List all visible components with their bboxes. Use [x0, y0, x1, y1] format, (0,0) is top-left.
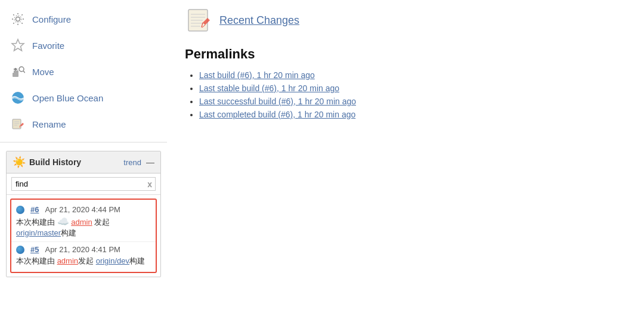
build-item-6-header: #6 Apr 21, 2020 4:44 PM [16, 205, 151, 214]
build-date-5: Apr 21, 2020 4:41 PM [45, 245, 120, 254]
main-content: Recent Changes Permalinks Last build (#6… [167, 0, 644, 313]
gear-icon [10, 11, 26, 27]
build-admin-link-6[interactable]: admin [71, 218, 92, 227]
svg-rect-4 [14, 70, 18, 73]
build-history-title-text: Build History [29, 157, 81, 167]
build-desc-prefix-6: 本次构建由 [16, 218, 55, 227]
build-admin-link-5[interactable]: admin [57, 256, 78, 265]
sidebar-favorite-label: Favorite [32, 41, 64, 51]
permalinks-section: Permalinks Last build (#6), 1 hr 20 min … [185, 47, 626, 119]
build-cloud-icon: ☁️ [57, 216, 69, 227]
sidebar-item-favorite[interactable]: Favorite [0, 32, 167, 58]
build-number-link-6[interactable]: #6 [30, 205, 39, 214]
clear-search-button[interactable]: x [147, 179, 152, 189]
permalink-last-build[interactable]: Last build (#6), 1 hr 20 min ago [199, 70, 315, 80]
build-status-ball-5 [16, 246, 24, 254]
svg-line-8 [23, 71, 25, 73]
list-item: Last build (#6), 1 hr 20 min ago [199, 70, 626, 80]
build-date-6: Apr 21, 2020 4:44 PM [45, 205, 120, 214]
build-desc-middle-5: 发起 [78, 256, 96, 265]
move-icon [10, 63, 26, 80]
build-desc-suffix-5: 构建 [129, 256, 145, 265]
build-history-title-row: ☀️ Build History [13, 156, 81, 169]
list-item: Last successful build (#6), 1 hr 20 min … [199, 97, 626, 106]
rename-icon [10, 116, 26, 132]
sidebar-divider [0, 142, 167, 142]
build-item-5-header: #5 Apr 21, 2020 4:41 PM [16, 245, 151, 254]
build-list: #6 Apr 21, 2020 4:44 PM 本次构建由 ☁️ admin 发… [10, 199, 157, 273]
sidebar-move-label: Move [32, 67, 54, 77]
trend-area: trend — [123, 157, 154, 167]
permalinks-list: Last build (#6), 1 hr 20 min ago Last st… [185, 70, 626, 119]
ocean-icon [10, 89, 26, 106]
build-desc-middle-6: 发起 [94, 218, 110, 227]
search-box: x [7, 173, 160, 195]
recent-changes-row: Recent Changes [185, 6, 626, 35]
trend-link[interactable]: trend [123, 158, 141, 167]
sidebar-ocean-label: Open Blue Ocean [32, 93, 103, 103]
sidebar-item-configure[interactable]: Configure [0, 6, 167, 32]
star-icon [10, 37, 26, 54]
build-history-header: ☀️ Build History trend — [7, 151, 160, 173]
build-number-link-5[interactable]: #5 [30, 245, 39, 254]
build-branch-link-6[interactable]: origin/master [16, 228, 61, 237]
build-desc-suffix-6: 构建 [61, 228, 76, 237]
build-desc-6: 本次构建由 ☁️ admin 发起 origin/master构建 [16, 216, 151, 238]
dash-icon: — [146, 157, 154, 167]
sidebar-item-rename[interactable]: Rename [0, 111, 167, 137]
build-status-ball-6 [16, 206, 24, 214]
sidebar-configure-label: Configure [32, 14, 71, 24]
list-item: Last stable build (#6), 1 hr 20 min ago [199, 83, 626, 93]
sidebar: Configure Favorite Move [0, 0, 167, 313]
sun-icon: ☀️ [13, 156, 26, 169]
build-desc-5: 本次构建由 admin发起 origin/dev构建 [16, 256, 151, 266]
recent-changes-link[interactable]: Recent Changes [219, 14, 299, 27]
build-branch-link-5[interactable]: origin/dev [96, 256, 129, 265]
svg-marker-2 [12, 39, 24, 51]
permalink-last-completed[interactable]: Last completed build (#6), 1 hr 20 min a… [199, 110, 355, 119]
permalink-last-stable[interactable]: Last stable build (#6), 1 hr 20 min ago [199, 83, 339, 93]
svg-point-7 [19, 67, 24, 72]
build-item-6: #6 Apr 21, 2020 4:44 PM 本次构建由 ☁️ admin 发… [11, 202, 156, 241]
permalink-last-successful[interactable]: Last successful build (#6), 1 hr 20 min … [199, 97, 356, 106]
search-input[interactable] [11, 177, 156, 191]
build-item-5: #5 Apr 21, 2020 4:41 PM 本次构建由 admin发起 or… [11, 241, 156, 269]
list-item: Last completed build (#6), 1 hr 20 min a… [199, 110, 626, 119]
svg-point-0 [16, 17, 20, 21]
build-history-panel: ☀️ Build History trend — x #6 Apr 21, 20… [6, 151, 161, 277]
permalinks-title: Permalinks [185, 47, 626, 62]
notepad-icon [185, 6, 213, 35]
svg-rect-3 [13, 73, 18, 77]
build-desc-prefix-5: 本次构建由 [16, 256, 57, 265]
sidebar-item-open-blue-ocean[interactable]: Open Blue Ocean [0, 85, 167, 111]
sidebar-rename-label: Rename [32, 119, 66, 129]
sidebar-item-move[interactable]: Move [0, 58, 167, 85]
